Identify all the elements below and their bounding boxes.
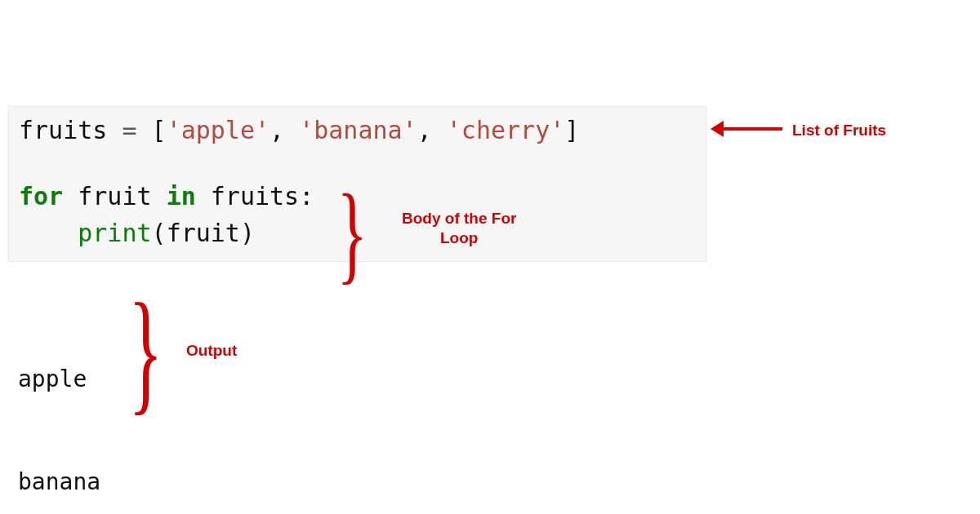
- output-line-1: apple: [18, 362, 100, 397]
- bracket-open: [: [152, 116, 167, 144]
- brace-output: }: [128, 272, 163, 430]
- for-keyword: for: [19, 182, 63, 210]
- space: [196, 182, 211, 210]
- colon: :: [299, 182, 314, 210]
- print-arg: fruit: [167, 219, 240, 247]
- space: [63, 182, 78, 210]
- bracket-close: ]: [564, 116, 579, 144]
- label-body-line-2: Loop: [402, 228, 516, 248]
- paren-close: ): [240, 219, 255, 247]
- comma: ,: [417, 116, 447, 144]
- string-apple: 'apple': [167, 116, 270, 144]
- comma: ,: [270, 116, 299, 144]
- space: [152, 182, 167, 210]
- label-body-of-for-loop: Body of the For Loop: [402, 209, 516, 248]
- in-keyword: in: [167, 182, 196, 210]
- arrow-list-of-fruits: [710, 121, 782, 137]
- label-output: Output: [186, 341, 237, 361]
- label-body-line-1: Body of the For: [402, 209, 516, 228]
- output-line-2: banana: [18, 465, 100, 499]
- arrow-shaft: [724, 127, 782, 131]
- variable-name: fruits: [19, 116, 107, 144]
- brace-for-body: }: [336, 168, 367, 297]
- indent: [19, 219, 78, 247]
- string-banana: 'banana': [299, 116, 417, 144]
- code-line-assignment: fruits = ['apple', 'banana', 'cherry']: [19, 112, 696, 148]
- output-block: apple banana cherry: [18, 294, 100, 514]
- paren-open: (: [152, 219, 167, 247]
- iterable-name: fruits: [211, 182, 299, 210]
- arrow-head-icon: [710, 121, 724, 137]
- loop-variable: fruit: [78, 182, 151, 210]
- print-function: print: [78, 219, 151, 247]
- string-cherry: 'cherry': [447, 116, 565, 144]
- label-list-of-fruits: List of Fruits: [792, 121, 886, 140]
- assign-operator: =: [107, 116, 151, 144]
